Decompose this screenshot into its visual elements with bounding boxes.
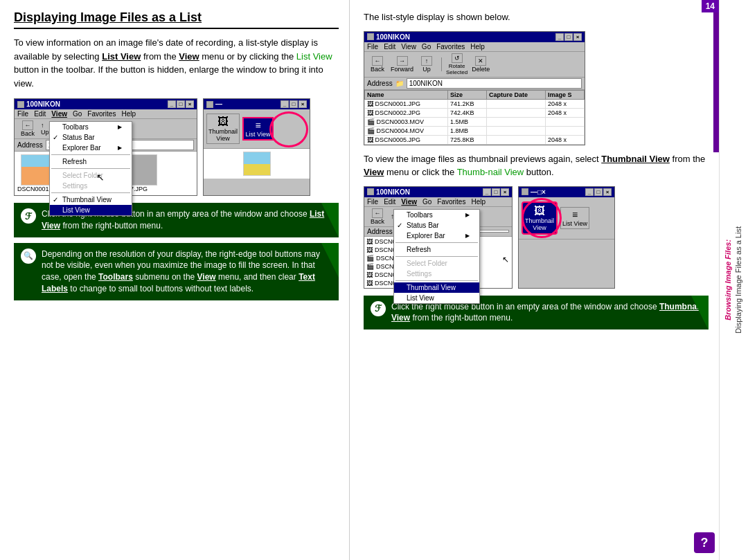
menu-view[interactable]: View xyxy=(51,110,67,118)
win-minimize-2[interactable]: _ xyxy=(280,100,289,108)
toolbar-thumb-view-active[interactable]: 🖼 Thumbnail View xyxy=(522,201,558,235)
win-titlebar-1: 100NIKON _ □ × xyxy=(15,99,197,109)
r2-menu-edit[interactable]: Edit xyxy=(384,198,395,206)
cell-size-2: 742.4KB xyxy=(448,108,487,117)
tip-icon-1: ℱ xyxy=(21,208,36,224)
menu-edit[interactable]: Edit xyxy=(34,110,46,118)
win-minimize[interactable]: _ xyxy=(168,100,176,108)
tip-text-2: Depending on the resolution of your disp… xyxy=(42,249,332,295)
menu-favorites[interactable]: Favorites xyxy=(87,110,116,118)
list-display-intro: The list-style display is shown below. xyxy=(364,10,709,24)
win-min-r3[interactable]: _ xyxy=(585,188,594,196)
cell-img-4 xyxy=(546,126,585,135)
toolbar-list-view-2[interactable]: ≡ List View xyxy=(560,207,589,229)
r1-menu-help[interactable]: Help xyxy=(470,43,485,51)
r1-delete-btn[interactable]: ✕Delete xyxy=(470,56,491,73)
address-label: Address xyxy=(17,141,43,149)
r1-menu-edit[interactable]: Edit xyxy=(384,43,395,51)
table-row: 🖼 DSCN0002.JPG 742.4KB 2048 x xyxy=(365,108,585,117)
menu-help[interactable]: Help xyxy=(121,110,136,118)
cell-size-3: 1.5MB xyxy=(448,117,487,126)
win-max-r1[interactable]: □ xyxy=(564,33,573,41)
toolbar-back[interactable]: ← Back xyxy=(17,120,38,137)
cell-date-5 xyxy=(487,135,546,144)
menu2-thumbnailview[interactable]: Thumbnail View xyxy=(394,282,479,293)
win-max-r3[interactable]: □ xyxy=(594,188,603,196)
menu-toolbars[interactable]: Toolbars xyxy=(50,122,132,132)
toolbar-list-view[interactable]: ≡ List View xyxy=(242,117,274,141)
r2-menu-view[interactable]: View xyxy=(401,198,417,206)
win-thumbnailview-menu: 100NIKON _ □ × File Edit View Go Favorit… xyxy=(364,186,513,289)
small-thumb-1 xyxy=(206,152,307,176)
menu2-sep-3 xyxy=(395,280,478,281)
win-close-2[interactable]: × xyxy=(299,100,307,108)
win-close-r2[interactable]: × xyxy=(501,188,509,196)
win-maximize-2[interactable]: □ xyxy=(290,100,298,108)
r1-menu-file[interactable]: File xyxy=(367,43,378,51)
view-dropdown-menu: Toolbars ✓Status Bar Explorer Bar Refres… xyxy=(49,121,132,216)
r2-menu-favorites[interactable]: Favorites xyxy=(437,198,465,206)
win-min-r2[interactable]: _ xyxy=(483,188,491,196)
menu-statusbar[interactable]: ✓Status Bar xyxy=(50,132,132,143)
win-max-r2[interactable]: □ xyxy=(492,188,500,196)
address-field-r1[interactable]: 100NIKON xyxy=(407,78,582,89)
r1-up-btn[interactable]: ↑Up xyxy=(416,56,437,73)
table-row: 🖼 DSCN0001.JPG 741.2KB 2048 x xyxy=(365,99,585,108)
menu-go[interactable]: Go xyxy=(73,110,82,118)
menu-refresh[interactable]: Refresh xyxy=(50,156,132,167)
win-icon-r1 xyxy=(367,33,374,40)
r2-menu-help[interactable]: Help xyxy=(471,198,486,206)
menu2-listview[interactable]: List View xyxy=(394,293,479,303)
win-close[interactable]: × xyxy=(186,100,194,108)
win-close-r3[interactable]: × xyxy=(603,188,612,196)
menu-sep-1 xyxy=(51,154,130,155)
menu-sep-3 xyxy=(51,192,130,193)
r2-menu-file[interactable]: File xyxy=(367,198,378,206)
view-dropdown-menu-2: Toolbars ✓Status Bar Explorer Bar Refres… xyxy=(393,209,480,304)
file-list-table: Name Size Capture Date Image S 🖼 DSCN000… xyxy=(364,90,585,145)
win-close-r1[interactable]: × xyxy=(573,33,582,41)
win-min-r1[interactable]: _ xyxy=(555,33,564,41)
r2-menu-go[interactable]: Go xyxy=(422,198,431,206)
cell-size-1: 741.2KB xyxy=(448,99,487,108)
right-column: The list-style display is shown below. 1… xyxy=(350,0,719,560)
r1-rotate-btn[interactable]: ↺RotateSelected xyxy=(446,53,467,75)
menu2-explorerbar[interactable]: Explorer Bar xyxy=(394,231,479,241)
win-controls-r2: _ □ × xyxy=(483,188,509,196)
table-row: 🎬 DSCN0003.MOV 1.5MB xyxy=(365,117,585,126)
menu-explorerbar[interactable]: Explorer Bar xyxy=(50,143,132,153)
toolbar-thumbnail-view[interactable]: 🖼 Thumbnail View xyxy=(206,114,240,144)
sidebar-text: Browsing Image Files: Displaying Image F… xyxy=(723,226,745,334)
cell-date-3 xyxy=(487,117,546,126)
r1-forward-btn[interactable]: →Forward xyxy=(391,56,413,73)
col-size: Size xyxy=(448,90,487,99)
menu-thumbnailview[interactable]: ✓Thumbnail View xyxy=(50,195,132,205)
cell-name-3: 🎬 DSCN0003.MOV xyxy=(365,117,448,126)
menu2-statusbar[interactable]: ✓Status Bar xyxy=(394,220,479,231)
menu-sep-2 xyxy=(51,168,130,169)
r2-back-btn[interactable]: ←Back xyxy=(367,208,388,225)
win-toolbar-btns: 🖼 Thumbnail View ≡ List View xyxy=(204,109,310,149)
menu2-refresh[interactable]: Refresh xyxy=(394,244,479,255)
small-thumb-img xyxy=(243,152,271,176)
menu-listview[interactable]: List View xyxy=(50,205,132,215)
r1-back-btn[interactable]: ←Back xyxy=(367,56,388,73)
win-title-r2: 100NIKON xyxy=(376,188,410,196)
win-controls-1: _ □ × xyxy=(168,100,194,108)
menu2-toolbars[interactable]: Toolbars xyxy=(394,210,479,220)
main-content: Displaying Image Files as a List To view… xyxy=(0,0,719,560)
cell-size-4: 1.8MB xyxy=(448,126,487,135)
address-label-r1: Address xyxy=(367,80,393,87)
r1-menu-go[interactable]: Go xyxy=(422,43,431,51)
r1-menu-view[interactable]: View xyxy=(401,43,416,51)
win-titlebar-r2: 100NIKON _ □ × xyxy=(364,187,512,197)
win-menubar-r1: File Edit View Go Favorites Help xyxy=(364,42,585,52)
help-button[interactable]: ? xyxy=(694,532,715,553)
r1-menu-favorites[interactable]: Favorites xyxy=(436,43,465,51)
menu-file[interactable]: File xyxy=(17,110,28,118)
col-image: Image S xyxy=(546,90,585,99)
win-controls-r3: _ □ × xyxy=(585,188,612,196)
cell-date-1 xyxy=(487,99,546,108)
win-maximize[interactable]: □ xyxy=(177,100,185,108)
win-toolbar-r1: ←Back →Forward ↑Up ↺RotateSelected ✕Dele… xyxy=(364,52,585,78)
